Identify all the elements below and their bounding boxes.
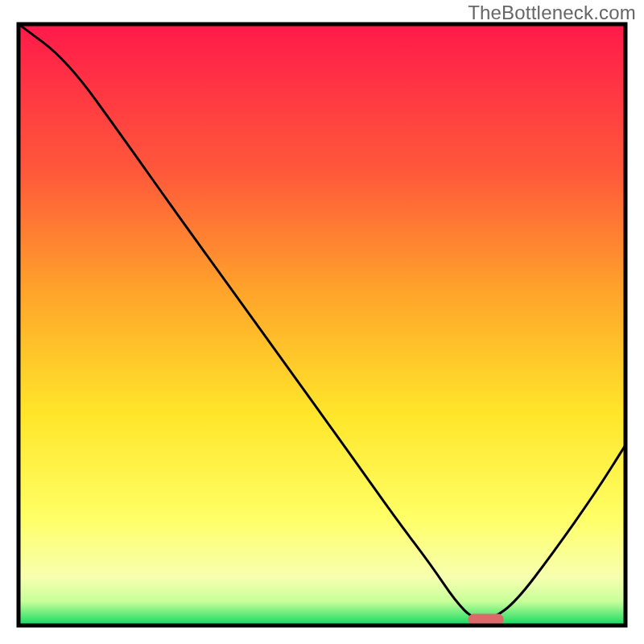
chart-container: { "watermark": "TheBottleneck.com", "cha… — [0, 0, 644, 644]
watermark-text: TheBottleneck.com — [468, 2, 636, 24]
optimum-marker — [469, 614, 504, 625]
plot-background — [19, 24, 625, 625]
bottleneck-chart — [0, 0, 644, 644]
